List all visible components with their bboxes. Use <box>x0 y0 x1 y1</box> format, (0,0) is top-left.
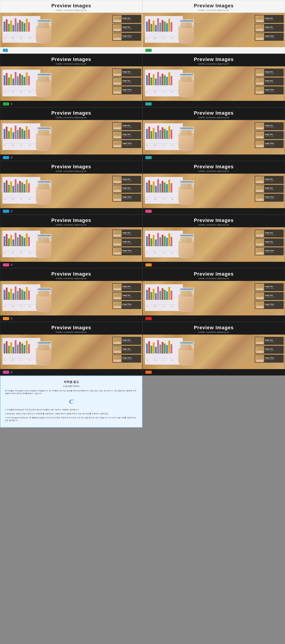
image-name-label: Image One <box>265 339 274 341</box>
list-item: Image One Short Description <box>112 176 141 184</box>
list-item: Image Two Short Description <box>255 78 284 86</box>
image-name-label: Image Three <box>265 196 274 198</box>
card-footer <box>143 369 285 375</box>
card-subtitle: Subtitle, consectetur adipiscing elit. <box>144 116 283 119</box>
image-desc-label: Short Description <box>122 359 132 360</box>
copyright-body: 본 저작물은 저작권법에 의하여 보호받는 저작물입니다. 본 저작물의 전부 … <box>5 390 138 422</box>
list-item: Image Two Short Description <box>255 185 284 193</box>
image-desc-label: Short Description <box>265 126 274 128</box>
image-thumbnail <box>113 239 122 246</box>
image-list: Image One Short Description Image Two Sh… <box>112 283 141 310</box>
image-thumbnail <box>255 15 264 22</box>
image-name-label: Image Two <box>122 187 132 189</box>
badge <box>146 263 152 266</box>
image-thumbnail <box>255 230 264 237</box>
image-desc-label: Short Description <box>122 180 132 182</box>
badge <box>3 210 9 213</box>
image-name-label: Image One <box>122 232 132 234</box>
list-item: Image Three Short Description <box>255 86 284 94</box>
list-item: Image Three Short Description <box>255 140 284 148</box>
card-header: Preview Images Subtitle, consectetur adi… <box>143 108 285 120</box>
card-header: Preview Images Subtitle, consectetur adi… <box>143 54 285 66</box>
badge <box>146 371 152 374</box>
preview-card: Preview Images Subtitle, consectetur adi… <box>142 54 285 107</box>
image-list: Image One Short Description Image Two Sh… <box>112 68 141 95</box>
image-list: Image One Short Description Image Two Sh… <box>255 122 284 149</box>
image-name-label: Image Three <box>265 142 274 144</box>
preview-area: JanMarJunSepDec Image One Short Descript… <box>0 281 142 316</box>
copyright-subtitle: Copyright Notice <box>5 385 138 387</box>
bottom-row: 저작권 공고 Copyright Notice 본 저작물은 저작권법에 의하여… <box>0 376 285 428</box>
preview-card: Preview Images Subtitle, consectetur adi… <box>142 214 285 268</box>
preview-card: Preview Images Subtitle, consectetur adi… <box>142 0 285 54</box>
image-desc-label: Short Description <box>265 19 274 20</box>
list-item: Image One Short Description <box>112 122 141 130</box>
image-thumbnail <box>255 78 264 85</box>
image-name-label: Image Three <box>265 304 274 305</box>
image-thumbnail <box>255 292 264 300</box>
image-desc-label: Short Description <box>122 288 132 289</box>
image-desc-label: Short Description <box>122 37 132 38</box>
image-desc-label: Short Description <box>122 19 132 20</box>
image-desc-label: Short Description <box>265 37 274 38</box>
card-header: Preview Images Subtitle, consectetur adi… <box>0 215 142 227</box>
card-footer: 1 <box>0 47 142 54</box>
badge <box>146 102 152 106</box>
image-desc-label: Short Description <box>265 90 274 92</box>
card-footer <box>143 208 285 214</box>
list-item: Image Two Short Description <box>255 238 284 246</box>
image-desc-label: Short Description <box>265 252 274 253</box>
image-desc-label: Short Description <box>265 135 274 137</box>
card-row: Preview Images Subtitle, consectetur adi… <box>0 54 285 107</box>
card-title: Preview Images <box>2 56 140 62</box>
card-subtitle: Subtitle, consectetur adipiscing elit. <box>2 9 140 11</box>
image-thumbnail <box>255 239 264 246</box>
list-item: Image One Short Description <box>112 283 141 291</box>
list-item: Image One Short Description <box>112 68 141 76</box>
footer-number: 0 <box>11 210 12 213</box>
preview-card: Preview Images Subtitle, consectetur adi… <box>142 161 285 214</box>
preview-area: JanMarJunSepDec Image One Short Descript… <box>0 120 142 154</box>
card-header: Preview Images Subtitle, consectetur adi… <box>0 0 142 13</box>
image-name-label: Image Three <box>122 250 132 252</box>
image-desc-label: Short Description <box>265 82 274 83</box>
image-list: Image One Short Description Image Two Sh… <box>112 122 141 149</box>
badge <box>146 317 152 320</box>
list-item: Image One Short Description <box>255 337 284 345</box>
card-footer <box>143 154 285 161</box>
image-thumbnail <box>113 302 122 308</box>
card-footer: 0 <box>0 316 142 322</box>
list-item: Image Two Short Description <box>112 238 141 246</box>
image-name-label: Image Two <box>122 241 132 243</box>
card-row: Preview Images Subtitle, consectetur adi… <box>0 268 285 322</box>
list-item: Image One Short Description <box>255 68 284 76</box>
footer-number: 0 <box>11 317 12 320</box>
preview-area: JanMarJunSepDec Image One Short Descript… <box>143 66 285 101</box>
image-name-label: Image Two <box>265 26 274 28</box>
image-name-label: Image Two <box>122 80 132 82</box>
image-desc-label: Short Description <box>265 144 274 146</box>
card-title: Preview Images <box>2 3 140 9</box>
list-item: Image Two Short Description <box>112 346 141 354</box>
card-header: Preview Images Subtitle, consectetur adi… <box>143 215 285 227</box>
list-item: Image One Short Description <box>112 15 141 23</box>
list-item: Image Three Short Description <box>112 247 141 255</box>
list-item: Image One Short Description <box>255 176 284 184</box>
image-thumbnail <box>113 185 122 192</box>
preview-area: JanMarJunSepDec Image One Short Descript… <box>143 334 285 369</box>
image-desc-label: Short Description <box>122 198 132 199</box>
image-thumbnail <box>255 69 264 76</box>
list-item: Image Three Short Description <box>255 247 284 255</box>
card-title: Preview Images <box>2 218 140 223</box>
card-subtitle: Subtitle, consectetur adipiscing elit. <box>144 170 283 172</box>
image-thumbnail <box>255 140 264 148</box>
list-item: Image Three Short Description <box>112 354 141 363</box>
image-list: Image One Short Description Image Two Sh… <box>255 230 284 256</box>
image-desc-label: Short Description <box>122 90 132 92</box>
image-thumbnail <box>255 302 264 308</box>
image-thumbnail <box>255 176 264 184</box>
card-footer <box>143 262 285 268</box>
image-thumbnail <box>113 140 122 148</box>
card-subtitle: Subtitle, consectetur adipiscing elit. <box>2 170 140 172</box>
preview-area: JanMarJunSepDec Image One Short Descript… <box>143 281 285 316</box>
